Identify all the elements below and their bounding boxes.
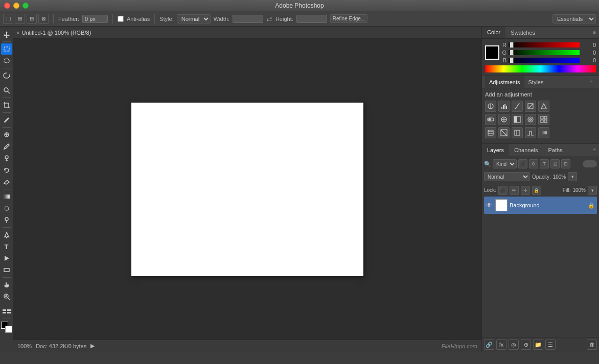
- delete-layer-btn[interactable]: 🗑: [587, 339, 597, 350]
- swatches-tab[interactable]: Swatches: [505, 27, 540, 38]
- anti-alias-checkbox[interactable]: [118, 16, 124, 22]
- maximize-button[interactable]: [22, 3, 29, 9]
- lock-pixels-btn[interactable]: ⬛: [498, 186, 508, 195]
- color-balance-btn[interactable]: [498, 114, 510, 125]
- subtract-selection-btn[interactable]: ⊟: [27, 14, 37, 24]
- fill-label: Fill:: [563, 187, 571, 193]
- channels-tab[interactable]: Channels: [509, 144, 543, 156]
- move-tool[interactable]: [1, 29, 12, 40]
- fill-dropdown[interactable]: ▾: [588, 186, 597, 195]
- extra-tools[interactable]: [1, 306, 12, 317]
- add-selection-btn[interactable]: ⊞: [15, 14, 25, 24]
- background-layer-row[interactable]: 👁 Background 🔒: [484, 197, 597, 214]
- adjustments-tab[interactable]: Adjustments: [485, 76, 524, 88]
- filter-adjust-btn[interactable]: ⊙: [529, 159, 538, 168]
- lock-position-btn[interactable]: ✛: [521, 186, 530, 195]
- gradient-tool[interactable]: [1, 191, 12, 202]
- color-spectrum[interactable]: [485, 65, 596, 72]
- channel-mixer-btn[interactable]: [538, 114, 549, 125]
- color-lookup-btn[interactable]: [485, 127, 496, 138]
- intersect-selection-btn[interactable]: ⊠: [38, 14, 49, 24]
- foreground-background-colors[interactable]: [1, 322, 12, 333]
- r-slider[interactable]: [509, 42, 580, 47]
- dodge-tool[interactable]: [1, 214, 12, 226]
- threshold-btn[interactable]: [525, 127, 536, 138]
- lock-brush-btn[interactable]: ✏: [510, 186, 519, 195]
- type-icon: T: [5, 243, 9, 251]
- paths-tab[interactable]: Paths: [543, 144, 568, 156]
- feather-input[interactable]: [82, 15, 108, 23]
- layers-kind-select[interactable]: Kind: [493, 159, 517, 168]
- invert-btn[interactable]: [498, 127, 510, 138]
- lasso-tool[interactable]: [1, 70, 12, 81]
- gradient-map-btn[interactable]: [538, 127, 549, 138]
- new-selection-btn[interactable]: ⬚: [3, 14, 13, 24]
- blend-mode-select[interactable]: Normal: [484, 172, 530, 181]
- color-tab[interactable]: Color: [482, 27, 505, 38]
- marquee-ellipse-tool[interactable]: [1, 55, 12, 66]
- lock-all-btn[interactable]: 🔒: [532, 186, 541, 195]
- opacity-dropdown[interactable]: ▾: [568, 172, 577, 181]
- width-input[interactable]: [233, 15, 263, 23]
- opacity-value: 100%: [553, 174, 566, 180]
- clone-stamp-tool[interactable]: [1, 153, 12, 164]
- path-select-tool[interactable]: [1, 253, 12, 264]
- eyedropper-tool[interactable]: [1, 114, 12, 126]
- canvas-document: [131, 103, 363, 276]
- type-tool[interactable]: T: [1, 241, 12, 252]
- pen-tool[interactable]: [1, 229, 12, 240]
- vibrance-btn[interactable]: [538, 101, 549, 112]
- refine-edge-button[interactable]: Refine Edge...: [330, 14, 367, 23]
- photo-filter-btn[interactable]: [525, 114, 536, 125]
- layer-style-btn[interactable]: fx: [496, 339, 506, 350]
- adjustments-panel-collapse[interactable]: ≡: [587, 79, 596, 85]
- crop-tool[interactable]: [1, 100, 12, 111]
- new-group-btn[interactable]: 📁: [533, 339, 543, 350]
- status-arrow[interactable]: ▶: [90, 343, 95, 349]
- styles-tab[interactable]: Styles: [524, 76, 548, 88]
- filter-type-btn[interactable]: T: [540, 159, 549, 168]
- adjustment-layer-btn[interactable]: ⊕: [521, 339, 531, 350]
- r-value: 0: [582, 42, 596, 48]
- hsl-btn[interactable]: [485, 114, 496, 125]
- swap-icon[interactable]: ⇄: [266, 15, 272, 23]
- height-input[interactable]: [296, 15, 327, 23]
- color-panel-collapse[interactable]: ≡: [590, 30, 599, 35]
- layer-mask-btn[interactable]: ◎: [509, 339, 519, 350]
- filter-toggle[interactable]: [583, 160, 597, 167]
- tab-close-btn[interactable]: ×: [16, 30, 19, 36]
- shape-tool[interactable]: [1, 264, 12, 276]
- new-layer-btn[interactable]: ☰: [545, 339, 556, 350]
- background-color[interactable]: [5, 326, 12, 333]
- exposure-btn[interactable]: [525, 101, 536, 112]
- filter-smartobj-btn[interactable]: ⊡: [561, 159, 570, 168]
- bw-btn[interactable]: [512, 114, 523, 125]
- status-bar: 100% Doc: 432.2K/0 bytes ▶ FileHippo.com: [13, 339, 481, 352]
- brightness-contrast-btn[interactable]: [485, 101, 496, 112]
- eraser-tool[interactable]: [1, 176, 12, 187]
- b-slider[interactable]: [509, 58, 580, 63]
- healing-tool[interactable]: [1, 129, 12, 140]
- history-brush-tool[interactable]: [1, 164, 12, 176]
- style-select[interactable]: Normal: [177, 14, 211, 23]
- g-slider[interactable]: [509, 50, 580, 55]
- brush-tool[interactable]: [1, 141, 12, 152]
- marquee-rect-tool[interactable]: [1, 43, 12, 55]
- layers-panel-collapse[interactable]: ≡: [590, 147, 599, 153]
- layer-visibility-eye[interactable]: 👁: [486, 202, 493, 209]
- zoom-tool[interactable]: [1, 291, 12, 302]
- layers-tab[interactable]: Layers: [482, 144, 509, 156]
- hand-tool[interactable]: [1, 279, 12, 290]
- levels-btn[interactable]: [498, 101, 510, 112]
- curves-btn[interactable]: [512, 101, 523, 112]
- blur-tool[interactable]: [1, 203, 12, 214]
- filter-shape-btn[interactable]: ◻: [550, 159, 560, 168]
- essentials-select[interactable]: Essentials: [552, 14, 596, 23]
- close-button[interactable]: [4, 3, 10, 9]
- color-swatch[interactable]: [485, 45, 499, 60]
- minimize-button[interactable]: [13, 3, 19, 9]
- filter-pixel-btn[interactable]: ⬛: [518, 159, 527, 168]
- posterize-btn[interactable]: [512, 127, 523, 138]
- link-layers-btn[interactable]: 🔗: [484, 339, 494, 350]
- quick-select-tool[interactable]: [1, 85, 12, 96]
